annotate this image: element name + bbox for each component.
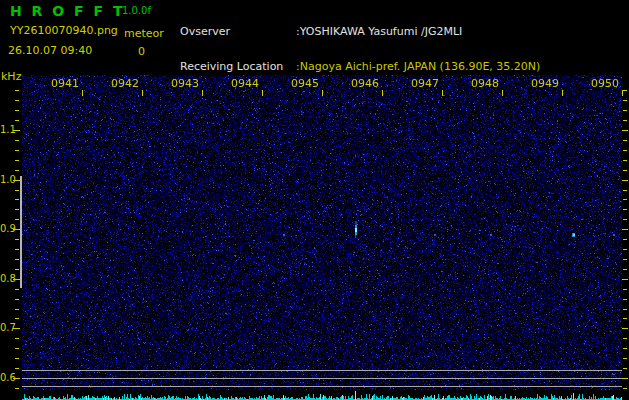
- freq-label-0.6: 0.6: [0, 373, 13, 383]
- time-label-0941: 0941: [45, 78, 79, 89]
- freq-minor-tick-right: [623, 249, 627, 250]
- freq-minor-tick-right: [623, 199, 627, 200]
- freq-major-tick-right: [622, 180, 628, 181]
- freq-minor-tick-right: [623, 318, 627, 319]
- reference-line: [22, 386, 622, 387]
- freq-minor-tick-right: [623, 309, 627, 310]
- time-tick: [262, 90, 263, 96]
- freq-minor-tick-left: [15, 358, 19, 359]
- time-tick: [142, 90, 143, 96]
- freq-minor-tick-left: [15, 318, 19, 319]
- freq-minor-tick-right: [623, 289, 627, 290]
- freq-minor-tick-right: [623, 388, 627, 389]
- freq-minor-tick-right: [623, 190, 627, 191]
- time-tick: [202, 90, 203, 96]
- freq-minor-tick-right: [623, 239, 627, 240]
- freq-minor-tick-right: [623, 120, 627, 121]
- freq-major-tick-right: [622, 328, 628, 329]
- freq-major-tick-left: [13, 328, 20, 329]
- freq-minor-tick-left: [15, 269, 19, 270]
- freq-major-tick-left: [13, 378, 20, 379]
- freq-minor-tick-right: [623, 170, 627, 171]
- freq-major-tick-right: [622, 130, 628, 131]
- time-label-0949: 0949: [525, 78, 559, 89]
- freq-minor-tick-right: [623, 209, 627, 210]
- freq-minor-tick-right: [623, 150, 627, 151]
- freq-minor-tick-right: [623, 110, 627, 111]
- freq-minor-tick-left: [15, 348, 19, 349]
- freq-minor-tick-right: [623, 299, 627, 300]
- info-label: Receiving Location: [180, 61, 296, 72]
- freq-minor-tick-left: [15, 209, 19, 210]
- freq-major-tick-right: [622, 229, 628, 230]
- freq-minor-tick-left: [15, 110, 19, 111]
- observation-mode: meteor: [124, 28, 164, 39]
- signal-level-trace: [22, 390, 622, 400]
- time-label-0946: 0946: [345, 78, 379, 89]
- spectrogram-canvas: [22, 75, 622, 390]
- freq-minor-tick-left: [15, 299, 19, 300]
- freq-major-tick-right: [622, 279, 628, 280]
- time-label-0947: 0947: [405, 78, 439, 89]
- freq-major-tick-left: [13, 229, 20, 230]
- freq-major-tick-left: [13, 180, 20, 181]
- info-value: :Nagoya Aichi-pref. JAPAN (136.90E, 35.2…: [296, 61, 540, 72]
- frequency-scale-bar: [20, 176, 22, 288]
- freq-minor-tick-left: [15, 190, 19, 191]
- freq-minor-tick-left: [15, 199, 19, 200]
- output-filename: YY2610070940.png: [10, 25, 118, 36]
- freq-minor-tick-left: [15, 160, 19, 161]
- app-title: H R O F F T: [10, 4, 125, 18]
- freq-major-tick-right: [622, 378, 628, 379]
- freq-label-1.0: 1.0: [0, 175, 13, 185]
- freq-minor-tick-left: [15, 249, 19, 250]
- time-tick: [82, 90, 83, 96]
- time-label-0945: 0945: [285, 78, 319, 89]
- time-tick: [442, 90, 443, 96]
- freq-minor-tick-right: [623, 269, 627, 270]
- freq-minor-tick-left: [15, 388, 19, 389]
- freq-label-0.7: 0.7: [0, 323, 13, 333]
- time-label-0944: 0944: [225, 78, 259, 89]
- freq-minor-tick-right: [623, 140, 627, 141]
- freq-minor-tick-left: [15, 239, 19, 240]
- freq-minor-tick-right: [623, 368, 627, 369]
- time-tick: [562, 90, 563, 96]
- info-label: Ovserver: [180, 26, 296, 37]
- time-tick: [382, 90, 383, 96]
- time-label-0948: 0948: [465, 78, 499, 89]
- freq-minor-tick-left: [15, 150, 19, 151]
- freq-minor-tick-left: [15, 368, 19, 369]
- time-tick: [322, 90, 323, 96]
- freq-minor-tick-left: [15, 219, 19, 220]
- hrofft-output-screen: H R O F F T 1.0.0f YY2610070940.png mete…: [0, 0, 629, 400]
- info-row-observer: Ovserver:YOSHIKAWA Yasufumi /JG2MLI: [180, 26, 604, 39]
- freq-minor-tick-left: [15, 100, 19, 101]
- reference-line: [22, 370, 622, 371]
- freq-minor-tick-left: [15, 289, 19, 290]
- time-tick: [502, 90, 503, 96]
- app-version: 1.0.0f: [122, 6, 151, 16]
- echo-count: 0: [138, 46, 145, 57]
- info-value: :YOSHIKAWA Yasufumi /JG2MLI: [296, 26, 462, 37]
- freq-minor-tick-right: [623, 100, 627, 101]
- freq-minor-tick-right: [623, 338, 627, 339]
- freq-label-0.8: 0.8: [0, 274, 13, 284]
- info-row-location: Receiving Location:Nagoya Aichi-pref. JA…: [180, 61, 604, 74]
- freq-minor-tick-left: [15, 140, 19, 141]
- freq-minor-tick-right: [623, 219, 627, 220]
- freq-label-0.9: 0.9: [0, 224, 13, 234]
- time-label-0943: 0943: [165, 78, 199, 89]
- freq-minor-tick-right: [623, 358, 627, 359]
- freq-minor-tick-left: [15, 259, 19, 260]
- time-label-0942: 0942: [105, 78, 139, 89]
- freq-label-1.1: 1.1: [0, 125, 13, 135]
- freq-minor-tick-right: [623, 259, 627, 260]
- freq-major-tick-left: [13, 279, 20, 280]
- reference-line: [22, 378, 622, 379]
- observation-datetime: 26.10.07 09:40: [8, 45, 92, 56]
- freq-minor-tick-left: [15, 170, 19, 171]
- time-label-0950: 0950: [585, 78, 619, 89]
- freq-major-tick-left: [13, 130, 20, 131]
- freq-minor-tick-left: [15, 120, 19, 121]
